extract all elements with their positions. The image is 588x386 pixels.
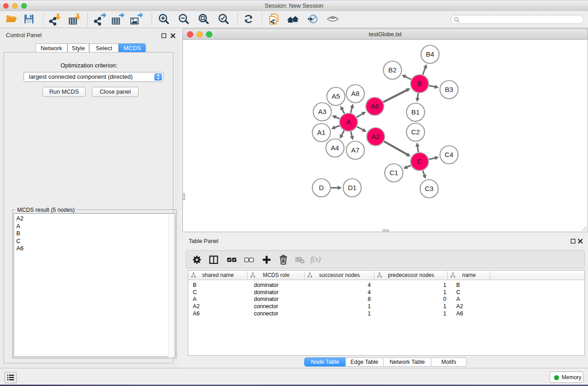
cell[interactable]: A2 (448, 303, 490, 310)
network-window-titlebar[interactable]: testGlobe.txt (183, 29, 588, 40)
cell[interactable]: 1 (374, 282, 448, 289)
deselect-all-rows-icon[interactable] (244, 255, 254, 265)
cell[interactable]: dominator (248, 282, 305, 289)
cell[interactable]: dominator (248, 289, 305, 296)
edge-B-B3[interactable] (429, 86, 436, 87)
close-panel-icon[interactable] (170, 33, 176, 38)
search-input[interactable] (462, 16, 579, 23)
hide-panel-icon[interactable] (306, 12, 319, 26)
edge-A2-C[interactable] (384, 141, 408, 155)
edge-B-B4[interactable] (423, 67, 425, 75)
table-tab-network-table[interactable]: Network Table (383, 357, 431, 367)
export-network-icon[interactable] (93, 12, 106, 26)
cell[interactable]: 8 (305, 296, 374, 303)
save-session-icon[interactable] (22, 12, 36, 26)
edge-B-B2[interactable] (405, 76, 411, 79)
import-network-icon[interactable] (48, 12, 62, 26)
mcds-result-item[interactable]: C (14, 238, 175, 245)
cell[interactable]: A2 (188, 303, 248, 310)
canvas-bottom-scroll-hint[interactable] (382, 229, 389, 232)
settings-gear-icon[interactable] (192, 255, 202, 265)
show-view-icon[interactable] (326, 12, 339, 26)
refresh-icon[interactable] (242, 12, 255, 26)
edge-A-A6[interactable] (357, 113, 363, 117)
table-row-A2[interactable]: A2connector11A2 (188, 303, 584, 310)
run-mcds-button[interactable]: Run MCDS (43, 87, 86, 97)
memory-button[interactable]: Memory (550, 372, 583, 383)
table-tab-edge-table[interactable]: Edge Table (345, 357, 383, 367)
add-row-icon[interactable] (262, 255, 272, 265)
close-panel-button[interactable]: Close panel (92, 87, 139, 97)
cell[interactable]: connector (248, 310, 305, 318)
cell[interactable]: dominator (248, 296, 305, 303)
mcds-list-scrollbar[interactable] (168, 214, 174, 357)
column-header-predecessor-nodes[interactable]: predecessor nodes (374, 271, 448, 280)
cell[interactable]: A (188, 296, 248, 303)
cell[interactable]: B (448, 282, 490, 289)
task-history-button[interactable] (5, 372, 17, 383)
mcds-result-item[interactable]: B (14, 230, 175, 238)
zoom-in-icon[interactable] (157, 12, 171, 26)
control-tab-style[interactable]: Style (67, 43, 89, 52)
control-tab-mcds[interactable]: MCDS (119, 43, 146, 52)
delete-column-icon[interactable] (295, 255, 305, 265)
cell[interactable]: A6 (188, 310, 248, 318)
edge-C-C4[interactable] (429, 158, 435, 160)
cell[interactable]: 4 (305, 282, 374, 289)
export-table-icon[interactable] (111, 12, 124, 26)
table-row-A6[interactable]: A6connector11A6 (188, 310, 584, 318)
cell[interactable]: 1 (374, 289, 448, 296)
resize-grip-icon[interactable] (581, 225, 587, 231)
criterion-select[interactable]: largest connected component (directed) (24, 72, 164, 82)
close-table-panel-icon[interactable] (578, 238, 583, 244)
edge-A-A8[interactable] (351, 107, 352, 113)
network-canvas[interactable]: B4B2BB3A5A8A6A3B1AA1C2A2A4A7C4CC1C3DD1 (183, 40, 588, 232)
control-tab-network[interactable]: Network (35, 43, 67, 52)
mcds-result-list[interactable]: A2ABCA6 (14, 213, 175, 357)
cell[interactable]: 1 (305, 310, 374, 318)
column-header-successor-nodes[interactable]: successor nodes (305, 271, 374, 280)
table-tab-node-table[interactable]: Node Table (304, 357, 346, 367)
edge-A-A2[interactable] (357, 127, 364, 130)
cell[interactable]: C (448, 289, 490, 296)
cell[interactable]: C (188, 289, 248, 296)
home-view-icon[interactable] (286, 12, 300, 26)
cell[interactable]: A (448, 296, 490, 303)
open-session-icon[interactable] (5, 12, 18, 26)
zoom-selected-icon[interactable] (217, 12, 230, 26)
table-row-B[interactable]: Bdominator41B (188, 282, 584, 289)
cell[interactable]: 4 (305, 289, 374, 296)
clone-network-icon[interactable] (268, 12, 281, 26)
node-table-header[interactable]: shared name MCDS role successor nodes pr… (188, 271, 584, 280)
edge-A6-B[interactable] (383, 90, 407, 102)
column-header-MCDS-role[interactable]: MCDS role (248, 271, 305, 280)
edge-C-C2[interactable] (417, 146, 418, 152)
column-header-name[interactable]: name (448, 271, 490, 280)
float-table-panel-icon[interactable] (570, 238, 576, 244)
cell[interactable]: 0 (374, 296, 448, 303)
float-panel-icon[interactable] (161, 33, 167, 38)
table-tab-motifs[interactable]: Motifs (431, 357, 467, 367)
table-row-A[interactable]: Adominator80A (188, 296, 584, 303)
canvas-left-scroll-hint[interactable] (183, 193, 185, 200)
mcds-result-item[interactable]: A6 (14, 245, 175, 253)
mcds-result-item[interactable]: A (14, 223, 175, 230)
cell[interactable]: A6 (448, 310, 490, 318)
import-table-icon[interactable] (68, 12, 81, 26)
mcds-result-item[interactable]: A2 (14, 215, 175, 223)
show-columns-icon[interactable] (209, 255, 219, 265)
export-image-icon[interactable] (129, 12, 143, 26)
function-builder-button[interactable]: f(x) (311, 255, 320, 263)
cell[interactable]: 1 (305, 303, 374, 310)
control-tab-select[interactable]: Select (89, 43, 119, 52)
cell[interactable]: B (188, 282, 248, 289)
column-header-shared-name[interactable]: shared name (188, 271, 248, 280)
cell[interactable]: connector (248, 303, 305, 310)
edge-A-A4[interactable] (341, 131, 344, 136)
zoom-out-icon[interactable] (177, 12, 191, 26)
select-all-rows-icon[interactable] (227, 255, 237, 265)
criterion-spinner[interactable] (154, 73, 162, 81)
zoom-fit-icon[interactable] (197, 12, 210, 26)
delete-row-icon[interactable] (278, 255, 288, 265)
cell[interactable]: 1 (374, 303, 448, 310)
